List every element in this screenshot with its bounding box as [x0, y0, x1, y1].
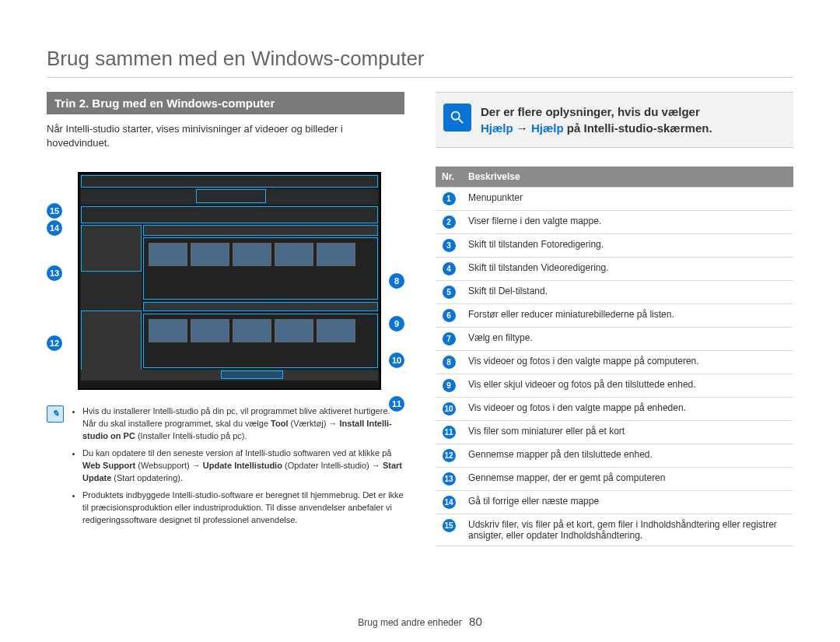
- table-row: 10Vis videoer og fotos i den valgte mapp…: [436, 398, 793, 421]
- row-description: Gennemse mapper på den tilsluttede enhed…: [462, 444, 793, 468]
- footer-section: Brug med andre enheder: [358, 617, 461, 628]
- row-number-badge: 4: [443, 262, 456, 275]
- row-number-badge: 5: [443, 286, 456, 299]
- screenshot-diagram: 1 2 3 4 5 6 7 15 14 13 12 8 9 10 11: [47, 172, 404, 390]
- row-description: Vis eller skjul videoer og fotos på den …: [462, 374, 793, 398]
- table-row: 11Vis filer som miniaturer eller på et k…: [436, 421, 793, 444]
- ss-sidebar-computer: [81, 225, 142, 272]
- row-number-badge: 1: [443, 192, 456, 205]
- ss-divider: [143, 302, 378, 311]
- ss-computer-pane: [143, 237, 378, 300]
- ss-viewmode: [221, 370, 283, 379]
- callout-9: 9: [389, 316, 404, 332]
- info-box: Der er flere oplysninger, hvis du vælger…: [436, 92, 793, 148]
- row-number-badge: 12: [443, 449, 456, 462]
- ss-thumb: [233, 243, 271, 266]
- row-number-badge: 15: [443, 519, 456, 532]
- table-row: 9Vis eller skjul videoer og fotos på den…: [436, 374, 793, 398]
- ss-thumb: [317, 319, 355, 342]
- ss-thumb: [275, 319, 313, 342]
- table-row: 4Skift til tilstanden Videoredigering.: [436, 258, 793, 281]
- ss-thumb: [275, 243, 313, 266]
- ss-thumb: [149, 319, 187, 342]
- ss-thumb: [233, 319, 271, 342]
- footer: Brug med andre enheder 80: [0, 615, 840, 628]
- ss-thumb: [149, 243, 187, 266]
- table-row: 7Vælg en filtype.: [436, 328, 793, 351]
- callout-12: 12: [47, 335, 62, 351]
- row-number-badge: 11: [443, 426, 456, 439]
- row-number-badge: 14: [443, 496, 456, 509]
- row-description: Menupunkter: [462, 188, 793, 211]
- row-number-badge: 10: [443, 402, 456, 416]
- table-row: 8Vis videoer og fotos i den valgte mappe…: [436, 351, 793, 374]
- row-number-badge: 8: [443, 356, 456, 369]
- info-line1: Der er flere oplysninger, hvis du vælger: [481, 103, 712, 120]
- row-number-badge: 2: [443, 216, 456, 229]
- app-screenshot: [78, 172, 381, 390]
- ss-statusbar: [81, 370, 378, 381]
- ss-thumb: [191, 243, 229, 266]
- callout-15: 15: [47, 203, 62, 219]
- ss-navbar: [143, 225, 378, 236]
- table-row: 6Forstør eller reducer miniaturebilleder…: [436, 304, 793, 328]
- row-description: Udskriv filer, vis filer på et kort, gem…: [462, 514, 793, 546]
- row-description: Skift til tilstanden Fotoredigering.: [462, 234, 793, 258]
- table-row: 15Udskriv filer, vis filer på et kort, g…: [436, 514, 793, 546]
- note-item: Du kan opdatere til den seneste version …: [82, 447, 404, 485]
- row-description: Vælg en filtype.: [462, 328, 793, 351]
- row-number-badge: 7: [443, 332, 456, 346]
- note-item: Produktets indbyggede Intelli-studio-sof…: [82, 489, 404, 527]
- step-heading: Trin 2. Brug med en Windows-computer: [47, 92, 404, 114]
- ss-tabs: [81, 206, 378, 223]
- info-line2: Hjælp → Hjælp på Intelli-studio-skærmen.: [481, 120, 712, 136]
- row-description: Forstør eller reducer miniaturebilledern…: [462, 304, 793, 328]
- note-item: Hvis du installerer Intelli-studio på di…: [82, 405, 404, 443]
- table-row: 12Gennemse mapper på den tilsluttede enh…: [436, 444, 793, 468]
- row-number-badge: 3: [443, 239, 456, 252]
- table-row: 13Gennemse mapper, der er gemt på comput…: [436, 468, 793, 491]
- table-row: 14Gå til forrige eller næste mappe: [436, 491, 793, 514]
- th-nr: Nr.: [436, 167, 462, 188]
- ss-thumb: [191, 319, 229, 342]
- row-description: Viser filerne i den valgte mappe.: [462, 211, 793, 234]
- row-number-badge: 6: [443, 309, 456, 322]
- callout-8: 8: [389, 273, 404, 289]
- left-column: Trin 2. Brug med en Windows-computer Når…: [47, 92, 404, 546]
- callout-10: 10: [389, 353, 404, 368]
- row-number-badge: 13: [443, 472, 456, 486]
- note-icon: ✎: [47, 405, 64, 423]
- row-description: Gå til forrige eller næste mappe: [462, 491, 793, 514]
- table-row: 1Menupunkter: [436, 188, 793, 211]
- row-description: Skift til Del-tilstand.: [462, 281, 793, 304]
- note-box: ✎ Hvis du installerer Intelli-studio på …: [47, 405, 404, 531]
- ss-sidebar: [81, 225, 142, 373]
- row-description: Gennemse mapper, der er gemt på computer…: [462, 468, 793, 491]
- description-table: Nr. Beskrivelse 1Menupunkter2Viser filer…: [436, 167, 793, 546]
- intro-text: Når Intelli-studio starter, vises minivi…: [47, 122, 404, 150]
- ss-menubar: [81, 175, 378, 188]
- ss-thumb: [317, 243, 355, 266]
- row-description: Vis videoer og fotos i den valgte mappe …: [462, 351, 793, 374]
- callout-13: 13: [47, 265, 62, 281]
- magnifier-icon: [443, 103, 471, 132]
- table-row: 5Skift til Del-tilstand.: [436, 281, 793, 304]
- table-row: 3Skift til tilstanden Fotoredigering.: [436, 234, 793, 258]
- th-desc: Beskrivelse: [462, 167, 793, 188]
- right-column: Der er flere oplysninger, hvis du vælger…: [436, 92, 793, 546]
- footer-page-number: 80: [469, 615, 482, 628]
- ss-logo: [196, 189, 266, 203]
- table-row: 2Viser filerne i den valgte mappe.: [436, 211, 793, 234]
- ss-sidebar-device: [81, 310, 142, 373]
- page-title: Brug sammen med en Windows-computer: [47, 47, 793, 78]
- ss-device-pane: [143, 314, 378, 368]
- row-description: Vis filer som miniaturer eller på et kor…: [462, 421, 793, 444]
- row-description: Skift til tilstanden Videoredigering.: [462, 258, 793, 281]
- row-description: Vis videoer og fotos i den valgte mappe …: [462, 398, 793, 421]
- callout-14: 14: [47, 220, 62, 236]
- row-number-badge: 9: [443, 379, 456, 392]
